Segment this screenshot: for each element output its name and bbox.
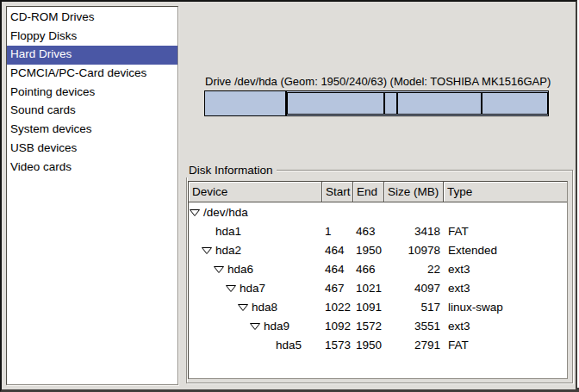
size-cell: 2791 [384, 336, 444, 355]
end-cell: 1091 [353, 298, 384, 317]
sidebar-item-video-cards[interactable]: Video cards [7, 159, 177, 177]
device-cell: hda7 [189, 279, 322, 298]
device-cell: hda8 [189, 298, 322, 317]
sidebar-item-pcmcia-pc-card-devices[interactable]: PCMCIA/PC-Card devices [7, 65, 177, 84]
start-cell: 464 [322, 241, 353, 260]
partition-segment-hda9 [397, 92, 482, 115]
disk-table-row-hda2[interactable]: hda2464195010978Extended [189, 241, 567, 260]
type-cell: FAT [444, 336, 567, 355]
size-cell [384, 203, 444, 222]
disk-table-header: DeviceStartEndSize (MB)Type [189, 182, 567, 202]
size-cell: 10978 [384, 241, 444, 260]
size-cell: 22 [384, 260, 444, 279]
sidebar-item-usb-devices[interactable]: USB devices [7, 140, 177, 159]
disk-table-row-hda8[interactable]: hda810221091517linux-swap [189, 298, 567, 317]
column-header-size-mb[interactable]: Size (MB) [384, 182, 444, 202]
disk-table-body: /dev/hdahda114633418FAThda2464195010978E… [189, 202, 567, 355]
column-header-start[interactable]: Start [322, 182, 353, 202]
end-cell: 1021 [353, 279, 384, 298]
start-cell [322, 203, 353, 222]
partition-segment-hda8 [384, 92, 396, 115]
device-category-list: CD-ROM DrivesFloppy DisksHard DrivesPCMC… [6, 6, 178, 385]
end-cell: 463 [353, 222, 384, 241]
device-name: hda1 [215, 225, 241, 238]
hardware-browser-window: CD-ROM DrivesFloppy DisksHard DrivesPCMC… [0, 0, 577, 392]
device-name: hda5 [276, 339, 302, 352]
expander-triangle-icon[interactable] [214, 266, 224, 273]
disk-table-row-hda6[interactable]: hda646446622ext3 [189, 260, 567, 279]
disk-information-title: Disk Information [186, 164, 277, 177]
device-cell: /dev/hda [189, 203, 322, 222]
partition-segment-hda5 [482, 92, 548, 115]
disk-information-frame: Disk Information DeviceStartEndSize (MB)… [186, 170, 573, 383]
device-name: hda9 [264, 320, 290, 333]
disk-table-row-hda7[interactable]: hda746710214097ext3 [189, 279, 567, 298]
end-cell: 466 [353, 260, 384, 279]
device-name: /dev/hda [203, 206, 248, 219]
partition-bar [204, 90, 549, 116]
disk-table: DeviceStartEndSize (MB)Type /dev/hdahda1… [188, 181, 568, 379]
start-cell: 1 [322, 222, 353, 241]
start-cell: 1092 [322, 317, 353, 336]
sidebar-item-system-devices[interactable]: System devices [7, 121, 177, 140]
disk-table-row-hda5[interactable]: hda5157319502791FAT [189, 336, 567, 355]
end-cell: 1572 [353, 317, 384, 336]
size-cell: 3551 [384, 317, 444, 336]
expander-triangle-icon[interactable] [190, 209, 200, 216]
device-name: hda8 [252, 301, 277, 314]
device-name: hda2 [215, 244, 241, 257]
device-name: hda7 [240, 282, 265, 295]
device-cell: hda5 [189, 336, 322, 355]
type-cell: ext3 [444, 317, 567, 336]
expander-triangle-icon[interactable] [226, 285, 236, 292]
size-cell: 517 [384, 298, 444, 317]
device-cell: hda6 [189, 260, 322, 279]
type-cell: ext3 [444, 260, 567, 279]
start-cell: 464 [322, 260, 353, 279]
sidebar-item-floppy-disks[interactable]: Floppy Disks [7, 28, 177, 47]
type-cell [444, 203, 567, 222]
device-cell: hda9 [189, 317, 322, 336]
end-cell [353, 203, 384, 222]
size-cell: 3418 [384, 222, 444, 241]
disk-table-row-hda9[interactable]: hda9109215723551ext3 [189, 317, 567, 336]
start-cell: 467 [322, 279, 353, 298]
type-cell: linux-swap [444, 298, 567, 317]
disk-table-row-hda1[interactable]: hda114633418FAT [189, 222, 567, 241]
partition-segment-hda1 [204, 90, 286, 116]
start-cell: 1022 [322, 298, 353, 317]
sidebar-item-cd-rom-drives[interactable]: CD-ROM Drives [7, 9, 177, 28]
end-cell: 1950 [353, 241, 384, 260]
drive-label: Drive /dev/hda (Geom: 1950/240/63) (Mode… [205, 75, 551, 88]
sidebar-item-hard-drives[interactable]: Hard Drives [7, 46, 177, 65]
type-cell: ext3 [444, 279, 567, 298]
expander-triangle-icon[interactable] [250, 323, 260, 330]
sidebar-item-sound-cards[interactable]: Sound cards [7, 102, 177, 121]
end-cell: 1950 [353, 336, 384, 355]
expander-triangle-icon[interactable] [238, 304, 248, 311]
column-header-device[interactable]: Device [189, 182, 322, 202]
column-header-end[interactable]: End [353, 182, 384, 202]
start-cell: 1573 [322, 336, 353, 355]
column-header-type[interactable]: Type [444, 182, 567, 202]
type-cell: FAT [444, 222, 567, 241]
device-name: hda6 [227, 263, 253, 276]
type-cell: Extended [444, 241, 567, 260]
device-cell: hda2 [189, 241, 322, 260]
sidebar-item-pointing-devices[interactable]: Pointing devices [7, 84, 177, 103]
disk-table-row-dev-hda[interactable]: /dev/hda [189, 203, 567, 222]
partition-segment-hda7 [287, 92, 385, 115]
device-cell: hda1 [189, 222, 322, 241]
size-cell: 4097 [384, 279, 444, 298]
expander-triangle-icon[interactable] [202, 247, 212, 254]
